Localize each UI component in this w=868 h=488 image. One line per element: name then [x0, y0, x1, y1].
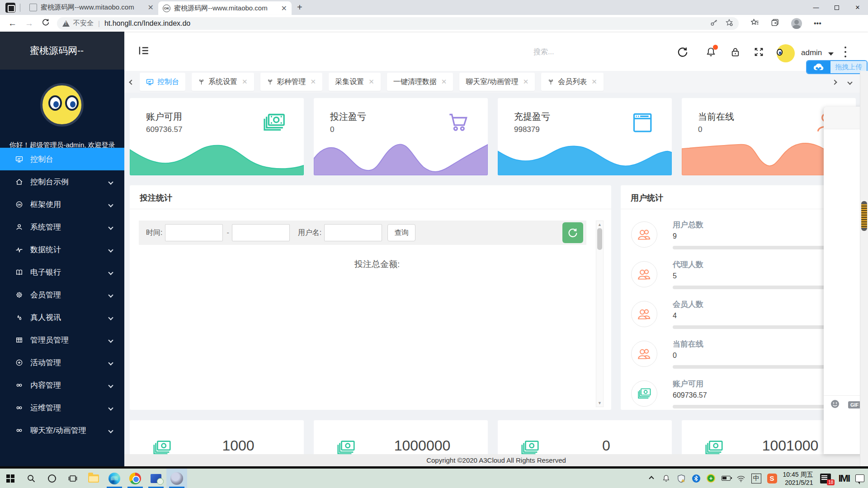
task-view-button[interactable]	[62, 469, 83, 488]
close-button[interactable]: ✕	[847, 0, 868, 15]
drag-upload-button[interactable]: 拖拽上传	[806, 60, 868, 74]
stat-card-balance: 账户可用 609736.57	[130, 98, 304, 175]
browser-menu-icon[interactable]: •••	[814, 19, 821, 28]
fullscreen-icon[interactable]	[753, 46, 765, 58]
vertical-tabs-icon[interactable]	[5, 3, 15, 13]
bet-statistics-panel: 投注统计 时间: - 用户名: 查询 投注总金额: ▲ ▼	[130, 185, 611, 410]
scrollbar-thumb[interactable]	[597, 228, 602, 250]
notification-app-icon[interactable]: 18	[819, 474, 832, 483]
back-icon[interactable]: ←	[8, 19, 17, 28]
tabbar-scroll-right-icon[interactable]	[833, 78, 836, 86]
chevron-down-icon	[109, 335, 113, 344]
ime-m-icon[interactable]: IMI	[838, 473, 849, 484]
ime-indicator[interactable]: 中	[751, 474, 761, 483]
search-input[interactable]	[533, 46, 651, 58]
browser-profile-avatar[interactable]	[791, 18, 802, 29]
scroll-down-icon[interactable]: ▼	[596, 401, 603, 405]
refresh-icon[interactable]	[677, 46, 689, 58]
pinned-app-button[interactable]	[166, 469, 187, 488]
tabbar-dropdown-icon[interactable]	[848, 78, 852, 86]
sidebar-item-label: 内容管理	[30, 380, 61, 390]
sidebar-item-live-video[interactable]: 真人视讯	[0, 306, 124, 328]
antivirus-icon[interactable]: +	[707, 474, 716, 483]
refresh-panel-button[interactable]	[562, 222, 583, 243]
scroll-up-icon[interactable]: ▲	[596, 222, 603, 227]
file-explorer-button[interactable]	[83, 469, 104, 488]
page-scrollbar[interactable]	[860, 71, 868, 466]
tab-console[interactable]: 控制台	[140, 73, 185, 91]
tab-close-icon[interactable]: ✕	[242, 78, 248, 86]
sidebar-item-member-management[interactable]: 会员管理	[0, 283, 124, 306]
sidebar-item-chatroom-management[interactable]: 聊天室/动画管理	[0, 419, 124, 441]
sidebar-item-ops-management[interactable]: 运维管理	[0, 396, 124, 419]
tab-close-icon[interactable]: ✕	[148, 3, 154, 12]
cortana-button[interactable]	[42, 469, 62, 488]
browser-tab-active[interactable]: OK 蜜桃源码网--www.mitaobo.com ✕	[158, 1, 292, 15]
start-button[interactable]	[0, 469, 21, 488]
favorites-icon[interactable]	[750, 18, 759, 28]
tab-close-icon[interactable]: ✕	[281, 4, 287, 13]
sidebar-item-data-statistics[interactable]: 数据统计	[0, 238, 124, 261]
page-scrollbar-thumb[interactable]	[861, 201, 867, 231]
chrome-taskbar-button[interactable]	[125, 469, 146, 488]
taskbar-search-button[interactable]	[21, 469, 42, 488]
time-from-input[interactable]	[165, 224, 223, 241]
remote-desktop-button[interactable]	[146, 469, 166, 488]
maximize-button[interactable]	[826, 0, 847, 15]
notification-bell-icon[interactable]	[705, 46, 717, 58]
gif-icon[interactable]: GIF	[848, 401, 861, 408]
tab-close-icon[interactable]: ✕	[441, 78, 447, 86]
password-key-icon[interactable]	[710, 19, 718, 28]
reload-icon[interactable]	[42, 18, 50, 28]
tab-collection-settings[interactable]: 采集设置 ✕	[329, 73, 381, 91]
minimize-button[interactable]: —	[806, 0, 826, 15]
wifi-icon[interactable]	[736, 474, 745, 483]
remote-desktop-icon	[151, 474, 161, 483]
battery-icon[interactable]	[722, 474, 731, 483]
tab-close-icon[interactable]: ✕	[368, 78, 374, 86]
sidebar-item-admin-management[interactable]: 管理员管理	[0, 328, 124, 351]
admin-caret-down-icon[interactable]	[828, 52, 834, 56]
emoji-smiley-icon[interactable]	[830, 399, 840, 411]
sidebar-item-ebank[interactable]: 电子银行	[0, 261, 124, 283]
new-tab-button[interactable]: +	[297, 2, 302, 13]
action-center-icon[interactable]	[855, 474, 864, 483]
tray-expand-icon[interactable]	[647, 474, 656, 483]
security-shield-icon[interactable]	[677, 474, 686, 483]
edge-taskbar-button[interactable]	[104, 469, 125, 488]
browser-tab-inactive[interactable]: 蜜桃源码网--www.mitaobo.com ✕	[25, 0, 158, 15]
lock-icon[interactable]	[730, 46, 741, 58]
tab-lottery-management[interactable]: 彩种管理 ✕	[260, 73, 323, 91]
username-input[interactable]	[324, 224, 382, 241]
admin-username[interactable]: admin	[801, 48, 822, 57]
add-favorite-star-icon[interactable]	[725, 19, 733, 28]
tab-member-list[interactable]: 会员列表 ✕	[541, 73, 604, 91]
sidebar-item-system-management[interactable]: 系统管理	[0, 216, 124, 238]
sidebar-item-console[interactable]: 控制台	[0, 148, 124, 170]
tab-close-icon[interactable]: ✕	[591, 78, 597, 86]
sogou-icon[interactable]: S	[767, 474, 777, 483]
query-button[interactable]: 查询	[387, 224, 415, 241]
url-field[interactable]: 不安全 | ht.hongll.cn/Index.index.do	[57, 17, 739, 30]
tab-close-icon[interactable]: ✕	[523, 78, 529, 86]
admin-avatar[interactable]	[777, 44, 795, 62]
header-more-icon[interactable]	[844, 47, 846, 57]
tab-system-settings[interactable]: 系统设置 ✕	[192, 73, 254, 91]
tab-chatroom-animation[interactable]: 聊天室/动画管理 ✕	[459, 73, 535, 91]
taskbar-clock[interactable]: 10:45 周五 2021/5/21	[783, 470, 813, 487]
sidebar-item-console-demo[interactable]: 控制台示例	[0, 170, 124, 193]
sidebar-item-framework[interactable]: OK 框架使用	[0, 193, 124, 216]
tab-close-icon[interactable]: ✕	[311, 78, 316, 86]
tray-bell-icon[interactable]	[662, 474, 671, 483]
ok-circle-icon: OK	[15, 201, 23, 208]
time-to-input[interactable]	[232, 224, 290, 241]
bluetooth-icon[interactable]	[692, 474, 701, 483]
panel-scrollbar[interactable]: ▲ ▼	[596, 221, 604, 407]
collections-icon[interactable]	[771, 18, 779, 28]
tabbar-scroll-left-icon[interactable]	[130, 78, 133, 86]
sidebar-item-content-management[interactable]: 内容管理	[0, 374, 124, 396]
sidebar-item-activity-management[interactable]: 活动管理	[0, 351, 124, 374]
forward-icon[interactable]: →	[25, 19, 33, 28]
tab-one-key-clean[interactable]: 一键清理数据 ✕	[387, 73, 453, 91]
sidebar-toggle-icon[interactable]	[138, 45, 150, 56]
